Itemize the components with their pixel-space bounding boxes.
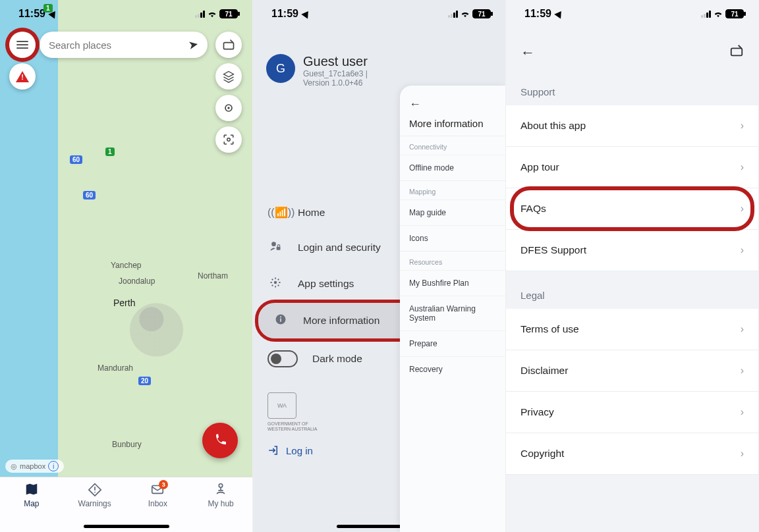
menu-button[interactable] [9,32,36,58]
panel-item-aws[interactable]: Australian Warning System [400,296,505,331]
row-privacy[interactable]: Privacy › [506,392,758,433]
map-label: Joondalup [119,277,155,286]
status-time: 11:59 [18,8,45,20]
chevron-right-icon: › [741,365,744,377]
section-support: Support [506,68,758,105]
svg-point-11 [274,281,277,284]
row-disclaimer[interactable]: Disclaimer › [506,350,758,392]
svg-point-8 [219,484,223,488]
svg-point-4 [227,138,231,142]
cell-signal-icon [701,11,711,18]
user-id: Guest_17c1a6e3 | [303,69,368,78]
gear-icon [267,277,283,291]
warning-triangle-icon [16,71,29,82]
chevron-right-icon: › [741,203,744,215]
row-label: Copyright [520,448,564,460]
navigate-icon[interactable]: ➤ [187,37,200,53]
chevron-right-icon: › [741,323,744,335]
scan-icon [223,134,235,146]
warnings-layer-button[interactable] [9,63,36,90]
row-copyright[interactable]: Copyright › [506,433,758,475]
mapbox-logo-icon: ◎ [11,462,17,471]
tab-myhub[interactable]: My hub [189,481,252,532]
radio-button[interactable] [215,32,242,58]
row-terms[interactable]: Terms of use › [506,309,758,350]
row-label: DFES Support [520,244,586,256]
route-badge: 1 [43,4,53,13]
screen-map: 11:59 71 ➤ [0,0,253,532]
panel-item-map-guide[interactable]: Map guide [400,200,505,225]
locate-me-button[interactable] [215,95,242,121]
drawer-label: More information [303,315,380,327]
row-app-tour[interactable]: App tour › [506,147,758,188]
tab-label: Warnings [78,499,111,508]
search-bar[interactable]: ➤ [40,32,208,58]
wa-emblem-icon: WA [267,392,296,419]
lock-person-icon [267,240,283,255]
svg-point-3 [227,107,229,109]
target-icon [222,101,235,115]
bottom-tab-bar: Map Warnings 3 Inbox My hub [0,477,252,532]
screen-drawer: 11:59 71 G Guest user Guest_17c1a6e3 | V… [253,0,506,532]
qr-scan-button[interactable] [215,126,242,153]
search-input[interactable] [49,40,183,51]
status-time: 11:59 [271,8,298,20]
wifi-icon [207,10,217,18]
status-bar: 11:59 71 [0,0,252,28]
svg-point-6 [94,492,96,493]
panel-item-prepare[interactable]: Prepare [400,331,505,356]
row-about-app[interactable]: About this app › [506,105,758,147]
panel-item-bushfire[interactable]: My Bushfire Plan [400,270,505,296]
tab-label: Map [24,499,39,508]
radio-icon [729,43,744,58]
dark-mode-toggle[interactable] [267,350,298,367]
drawer-label: App settings [298,278,354,290]
drawer-label: Login and security [298,242,381,253]
location-arrow-icon [301,9,312,18]
row-label: Terms of use [520,323,579,335]
chevron-right-icon: › [741,120,744,132]
map-label: Bunbury [112,440,142,449]
svg-point-14 [280,316,281,317]
inbox-icon: 3 [150,481,165,497]
wifi-icon [713,10,723,18]
panel-item-recovery[interactable]: Recovery [400,356,505,382]
chevron-right-icon: › [741,161,744,173]
tab-label: My hub [208,499,233,508]
layers-icon [222,70,235,83]
info-icon[interactable]: i [48,461,59,471]
home-indicator[interactable] [84,525,169,528]
status-bar: 11:59 71 [506,0,758,28]
user-name: Guest user [303,54,368,69]
row-label: About this app [520,120,586,132]
route-badge: 60 [83,191,96,200]
row-label: Disclaimer [520,365,568,377]
radio-button[interactable] [729,43,744,61]
panel-back-button[interactable]: ← [400,95,505,118]
drawer-label: Dark mode [312,353,362,365]
row-faqs[interactable]: FAQs › [506,188,758,230]
svg-rect-15 [731,48,743,55]
status-time: 11:59 [524,8,551,20]
tab-map[interactable]: Map [0,481,63,532]
drawer-label: Home [298,207,325,219]
radio-icon [222,38,235,51]
layers-button[interactable] [215,63,242,90]
more-information-panel: ← More information Connectivity Offline … [400,86,505,532]
avatar: G [266,54,295,83]
section-label: Connectivity [400,136,505,155]
map-icon [24,481,40,497]
panel-item-icons[interactable]: Icons [400,225,505,251]
battery-icon: 71 [219,9,238,18]
battery-icon: 71 [472,9,491,18]
row-dfes-support[interactable]: DFES Support › [506,230,758,271]
svg-rect-10 [277,247,281,250]
emergency-call-button[interactable] [202,423,238,458]
mapbox-attribution[interactable]: ◎ mapbox i [5,460,64,473]
home-broadcast-icon: ((📶)) [267,206,283,219]
screen-support: 11:59 71 ← Support About this app › App … [506,0,759,532]
warning-icon [87,481,103,497]
panel-item-offline[interactable]: Offline mode [400,155,505,180]
back-button[interactable]: ← [520,44,535,61]
hamburger-icon [16,41,28,49]
